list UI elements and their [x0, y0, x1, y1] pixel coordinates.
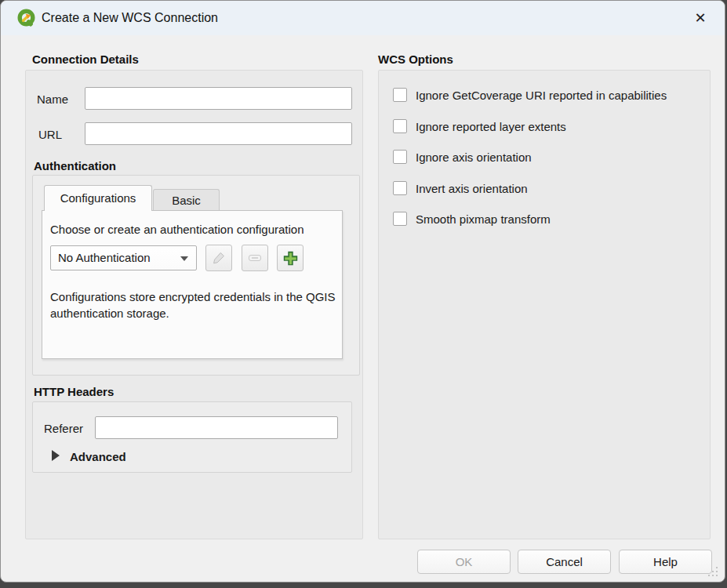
window-title: Create a New WCS Connection: [42, 1, 218, 35]
referer-label: Referer: [44, 422, 83, 435]
checkbox-invert-axis-orientation[interactable]: Invert axis orientation: [393, 180, 528, 196]
authentication-title: Authentication: [34, 159, 116, 172]
tab-basic[interactable]: Basic: [153, 189, 220, 211]
wcs-options-title: WCS Options: [378, 53, 453, 66]
auth-config-select[interactable]: No Authentication: [50, 245, 197, 270]
edit-auth-button: [205, 245, 232, 271]
plus-icon: [282, 250, 299, 267]
wcs-options-groupbox: [378, 70, 711, 539]
checkbox-smooth-pixmap-transform[interactable]: Smooth pixmap transform: [393, 211, 551, 227]
checkbox-icon: [393, 181, 407, 195]
http-headers-title: HTTP Headers: [34, 385, 114, 398]
checkbox-ignore-getcoverage-uri[interactable]: Ignore GetCoverage URI reported in capab…: [393, 87, 667, 103]
checkbox-label: Invert axis orientation: [416, 182, 528, 195]
checkbox-label: Ignore axis orientation: [416, 151, 532, 164]
choose-config-label: Choose or create an authentication confi…: [50, 223, 304, 236]
checkbox-icon: [393, 119, 407, 133]
chevron-down-icon: [180, 256, 188, 261]
advanced-expander-label[interactable]: Advanced: [70, 450, 126, 463]
close-icon[interactable]: ✕: [687, 1, 714, 35]
url-input[interactable]: [85, 122, 352, 145]
auth-storage-description: Configurations store encrypted credentia…: [50, 289, 337, 321]
checkbox-icon: [393, 150, 407, 164]
resize-grip[interactable]: [707, 565, 718, 576]
checkbox-label: Ignore reported layer extents: [416, 120, 566, 133]
name-label: Name: [37, 93, 68, 106]
pencil-icon: [211, 250, 227, 266]
checkbox-icon: [393, 88, 407, 102]
advanced-expander-icon[interactable]: [52, 450, 60, 461]
connection-details-title: Connection Details: [32, 53, 139, 66]
remove-auth-button: [242, 245, 268, 271]
referer-input[interactable]: [95, 416, 338, 439]
minus-icon: [247, 250, 263, 266]
name-input[interactable]: [85, 87, 352, 110]
add-auth-button[interactable]: [277, 245, 304, 271]
checkbox-ignore-axis-orientation[interactable]: Ignore axis orientation: [393, 149, 532, 165]
wcs-connection-dialog: Create a New WCS Connection ✕ Connection…: [0, 0, 725, 583]
auth-config-select-value: No Authentication: [58, 251, 151, 264]
cancel-button[interactable]: Cancel: [518, 550, 611, 574]
url-label: URL: [38, 128, 62, 141]
help-button[interactable]: Help: [619, 550, 712, 574]
checkbox-icon: [393, 212, 407, 226]
checkbox-ignore-layer-extents[interactable]: Ignore reported layer extents: [393, 118, 566, 134]
checkbox-label: Smooth pixmap transform: [416, 212, 551, 226]
titlebar: Create a New WCS Connection ✕: [1, 1, 725, 35]
ok-button[interactable]: OK: [417, 550, 511, 574]
qgis-logo-icon: [17, 9, 36, 27]
tab-configurations[interactable]: Configurations: [44, 185, 152, 211]
checkbox-label: Ignore GetCoverage URI reported in capab…: [416, 89, 667, 102]
